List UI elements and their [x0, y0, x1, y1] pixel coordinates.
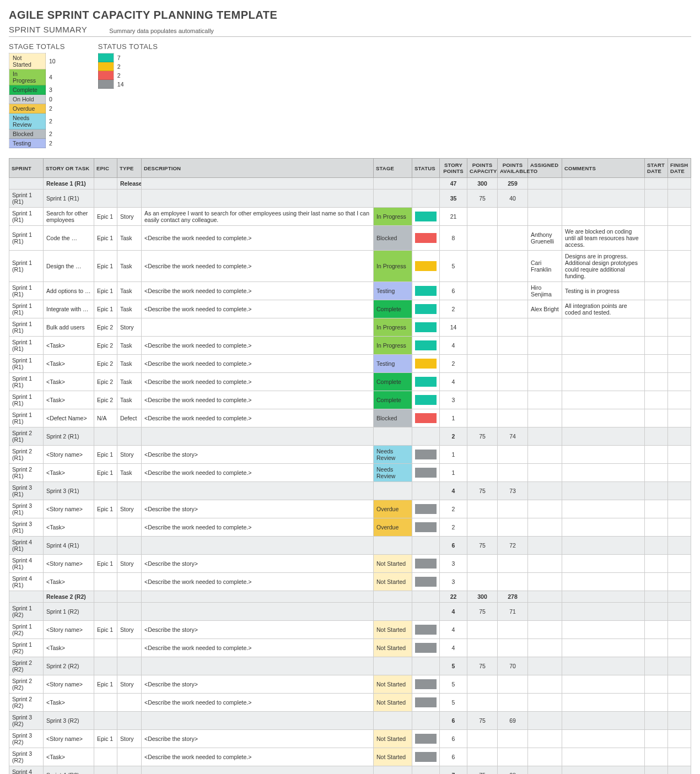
cell-capacity[interactable] [467, 446, 498, 464]
cell-start[interactable] [645, 639, 668, 657]
cell-story[interactable]: <Task> [44, 639, 94, 657]
cell-points[interactable]: 2 [440, 427, 467, 446]
cell-sprint[interactable]: Sprint 1 (R1) [9, 337, 44, 355]
cell-comments[interactable] [562, 537, 645, 555]
cell-sprint[interactable]: Sprint 1 (R1) [9, 391, 44, 409]
cell-status[interactable] [412, 318, 440, 337]
cell-type[interactable] [117, 657, 142, 675]
cell-status[interactable] [412, 657, 440, 675]
cell-epic[interactable]: Epic 1 [94, 446, 117, 464]
cell-available[interactable]: 73 [498, 482, 528, 500]
cell-story[interactable]: Sprint 4 (R1) [44, 537, 94, 555]
cell-sprint[interactable]: Sprint 3 (R1) [9, 518, 44, 537]
cell-finish[interactable] [668, 251, 691, 282]
cell-points[interactable]: 4 [440, 621, 467, 639]
cell-points[interactable]: 21 [440, 208, 467, 226]
cell-stage[interactable]: Not Started [374, 639, 412, 657]
cell-assigned[interactable] [528, 464, 562, 482]
cell-stage[interactable]: Not Started [374, 573, 412, 591]
cell-sprint[interactable]: Sprint 2 (R2) [9, 657, 44, 675]
cell-available[interactable] [498, 226, 528, 251]
cell-points[interactable]: 5 [440, 694, 467, 712]
cell-desc[interactable]: <Describe the work needed to complete.> [142, 355, 374, 373]
cell-type[interactable]: Story [117, 730, 142, 748]
cell-stage[interactable]: In Progress [374, 251, 412, 282]
cell-status[interactable] [412, 591, 440, 603]
cell-start[interactable] [645, 178, 668, 190]
cell-epic[interactable]: Epic 2 [94, 373, 117, 391]
cell-capacity[interactable]: 75 [467, 712, 498, 730]
cell-start[interactable] [645, 573, 668, 591]
cell-finish[interactable] [668, 694, 691, 712]
cell-type[interactable]: Task [117, 391, 142, 409]
cell-available[interactable]: 68 [498, 766, 528, 775]
cell-desc[interactable] [142, 603, 374, 621]
cell-finish[interactable] [668, 226, 691, 251]
cell-comments[interactable] [562, 657, 645, 675]
cell-sprint[interactable]: Sprint 1 (R2) [9, 639, 44, 657]
cell-capacity[interactable] [467, 464, 498, 482]
cell-start[interactable] [645, 446, 668, 464]
cell-stage[interactable]: In Progress [374, 208, 412, 226]
cell-type[interactable]: Story [117, 446, 142, 464]
cell-start[interactable] [645, 500, 668, 518]
cell-story[interactable]: <Story name> [44, 675, 94, 694]
cell-comments[interactable] [562, 446, 645, 464]
cell-status[interactable] [412, 500, 440, 518]
cell-story[interactable]: Sprint 2 (R1) [44, 427, 94, 446]
cell-desc[interactable] [142, 482, 374, 500]
cell-assigned[interactable] [528, 766, 562, 775]
cell-stage[interactable] [374, 427, 412, 446]
cell-status[interactable] [412, 355, 440, 373]
cell-finish[interactable] [668, 712, 691, 730]
cell-assigned[interactable] [528, 446, 562, 464]
cell-available[interactable] [498, 355, 528, 373]
cell-epic[interactable]: Epic 1 [94, 464, 117, 482]
cell-status[interactable] [412, 446, 440, 464]
cell-finish[interactable] [668, 190, 691, 208]
cell-start[interactable] [645, 409, 668, 427]
cell-status[interactable] [412, 282, 440, 300]
cell-desc[interactable]: <Describe the work needed to complete.> [142, 373, 374, 391]
cell-stage[interactable]: Testing [374, 355, 412, 373]
cell-capacity[interactable]: 75 [467, 190, 498, 208]
cell-points[interactable]: 3 [440, 573, 467, 591]
cell-finish[interactable] [668, 748, 691, 766]
cell-available[interactable] [498, 555, 528, 573]
cell-type[interactable]: Task [117, 355, 142, 373]
cell-comments[interactable] [562, 675, 645, 694]
cell-desc[interactable]: <Describe the story> [142, 446, 374, 464]
cell-available[interactable]: 71 [498, 603, 528, 621]
cell-stage[interactable]: Not Started [374, 748, 412, 766]
cell-comments[interactable] [562, 621, 645, 639]
cell-start[interactable] [645, 482, 668, 500]
cell-stage[interactable] [374, 603, 412, 621]
cell-capacity[interactable] [467, 518, 498, 537]
cell-epic[interactable] [94, 591, 117, 603]
cell-assigned[interactable]: Anthony Gruenelli [528, 226, 562, 251]
cell-available[interactable]: 70 [498, 657, 528, 675]
cell-status[interactable] [412, 251, 440, 282]
cell-finish[interactable] [668, 427, 691, 446]
cell-epic[interactable]: N/A [94, 409, 117, 427]
cell-epic[interactable] [94, 748, 117, 766]
cell-points[interactable]: 2 [440, 300, 467, 318]
cell-capacity[interactable]: 75 [467, 427, 498, 446]
cell-stage[interactable] [374, 178, 412, 190]
cell-points[interactable]: 4 [440, 373, 467, 391]
cell-type[interactable]: Defect [117, 409, 142, 427]
cell-sprint[interactable]: Sprint 3 (R2) [9, 712, 44, 730]
cell-assigned[interactable]: Cari Franklin [528, 251, 562, 282]
cell-comments[interactable] [562, 409, 645, 427]
cell-assigned[interactable] [528, 500, 562, 518]
cell-epic[interactable] [94, 766, 117, 775]
cell-finish[interactable] [668, 518, 691, 537]
cell-stage[interactable]: Not Started [374, 694, 412, 712]
cell-sprint[interactable]: Sprint 1 (R1) [9, 355, 44, 373]
cell-assigned[interactable] [528, 657, 562, 675]
cell-story[interactable]: Search for other employees [44, 208, 94, 226]
cell-story[interactable]: <Task> [44, 573, 94, 591]
cell-assigned[interactable] [528, 427, 562, 446]
cell-epic[interactable]: Epic 2 [94, 355, 117, 373]
cell-assigned[interactable] [528, 391, 562, 409]
